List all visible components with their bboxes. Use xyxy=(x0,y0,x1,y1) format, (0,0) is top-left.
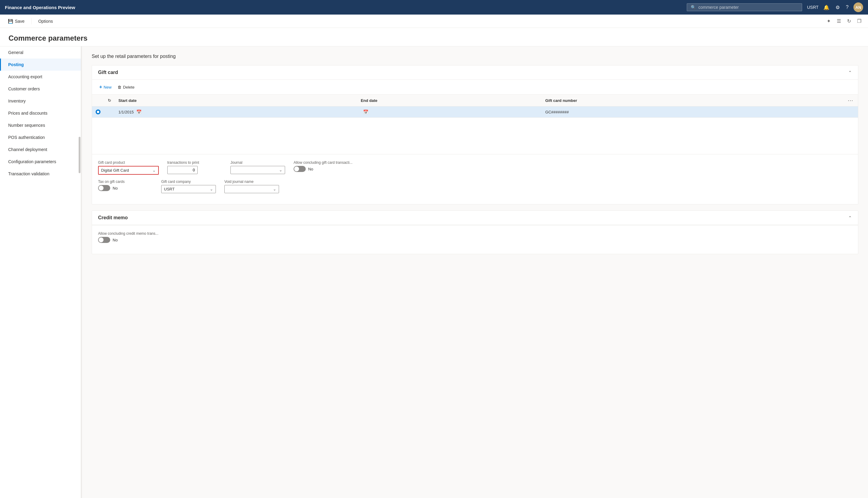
journal-dropdown-icon: ⌄ xyxy=(279,168,282,172)
table-row[interactable]: 1/1/2015 📅 📅 xyxy=(92,106,858,118)
sidebar-item-number-sequences[interactable]: Number sequences xyxy=(0,119,82,131)
save-button[interactable]: 💾 Save xyxy=(5,17,28,25)
delete-icon: 🗑 xyxy=(117,85,122,90)
transactions-to-print-label: transactions to print xyxy=(167,160,222,165)
settings-icon[interactable]: ⚙ xyxy=(834,3,841,12)
row-gift-card-number: GC######## xyxy=(541,106,843,118)
notifications-icon[interactable]: 🔔 xyxy=(822,3,831,12)
row-end-date[interactable]: 📅 xyxy=(357,106,541,118)
credit-allow-concluding-label: Allow concluding credit memo trans... xyxy=(98,232,158,236)
credit-toggle[interactable] xyxy=(98,237,110,243)
end-date-picker[interactable]: 📅 xyxy=(362,109,370,115)
filter-icon[interactable]: ✦ xyxy=(825,17,832,25)
void-journal-name-select[interactable]: ⌄ xyxy=(225,185,279,193)
refresh-icon[interactable]: ↻ xyxy=(845,17,853,25)
col-refresh: ↻ xyxy=(104,95,115,106)
sidebar-item-inventory[interactable]: Inventory xyxy=(0,95,82,107)
tax-toggle[interactable] xyxy=(98,185,110,191)
content-area: Set up the retail parameters for posting… xyxy=(82,47,868,498)
col-more-icon[interactable]: ⋯ xyxy=(846,97,854,104)
credit-allow-concluding-group: Allow concluding credit memo trans... No xyxy=(98,232,158,243)
void-journal-dropdown-icon: ⌄ xyxy=(273,187,276,192)
tax-toggle-value: No xyxy=(113,186,118,191)
allow-concluding-group: Allow concluding gift card transacti... … xyxy=(294,160,353,172)
page-subtitle: Set up the retail parameters for posting xyxy=(92,54,858,59)
transactions-to-print-input[interactable] xyxy=(167,166,197,174)
grid-empty-space xyxy=(92,118,858,154)
gift-card-product-select[interactable]: Digital Gift Card ⌄ xyxy=(98,166,159,175)
start-date-picker[interactable]: 📅 xyxy=(135,109,143,115)
sidebar-item-configuration-parameters[interactable]: Configuration parameters xyxy=(0,156,82,168)
sidebar-item-channel-deployment[interactable]: Channel deployment xyxy=(0,143,82,156)
credit-form-row: Allow concluding credit memo trans... No xyxy=(98,232,852,243)
delete-button[interactable]: 🗑 Delete xyxy=(115,83,137,91)
sidebar-item-customer-orders[interactable]: Customer orders xyxy=(0,83,82,95)
sidebar-item-prices-discounts[interactable]: Prices and discounts xyxy=(0,107,82,119)
credit-toggle-value: No xyxy=(113,238,118,242)
tax-on-gift-cards-label: Tax on gift cards xyxy=(98,180,153,184)
col-end-date: End date xyxy=(357,95,541,106)
form-row-1: Gift card product Digital Gift Card ⌄ tr… xyxy=(98,160,852,175)
sidebar-item-transaction-validation[interactable]: Transaction validation xyxy=(0,168,82,180)
sidebar-item-accounting-export[interactable]: Accounting export xyxy=(0,71,82,83)
gift-card-product-group: Gift card product Digital Gift Card ⌄ xyxy=(98,160,159,175)
dropdown-arrow-icon: ⌄ xyxy=(152,168,156,173)
gift-card-product-label: Gift card product xyxy=(98,160,159,165)
view-icon[interactable]: ☰ xyxy=(835,17,843,25)
void-journal-name-label: Void journal name xyxy=(225,180,279,184)
top-navbar: Finance and Operations Preview 🔍 USRT 🔔 … xyxy=(0,0,868,15)
new-button[interactable]: + New xyxy=(97,83,114,91)
new-button-label: New xyxy=(103,85,112,90)
sidebar-nav: General Posting Accounting export Custom… xyxy=(0,47,82,498)
search-icon: 🔍 xyxy=(691,5,696,10)
gift-card-company-group: Gift card company USRT ⌄ xyxy=(161,180,216,193)
allow-concluding-toggle[interactable] xyxy=(294,166,306,172)
avatar[interactable]: AN xyxy=(853,2,863,12)
app-title: Finance and Operations Preview xyxy=(5,5,75,10)
gift-card-company-label: Gift card company xyxy=(161,180,216,184)
page-title-bar: Commerce parameters xyxy=(0,28,868,47)
credit-memo-title: Credit memo xyxy=(98,215,128,221)
grid-toolbar: + New 🗑 Delete xyxy=(92,80,858,95)
credit-toggle-container: No xyxy=(98,237,158,243)
refresh-header-icon: ↻ xyxy=(108,98,111,103)
gift-card-title: Gift card xyxy=(98,70,118,75)
allow-concluding-toggle-container: No xyxy=(294,166,353,172)
help-icon[interactable]: ? xyxy=(845,3,850,11)
credit-toggle-knob xyxy=(99,237,103,242)
gift-card-form: Gift card product Digital Gift Card ⌄ tr… xyxy=(92,154,858,204)
gift-card-product-value: Digital Gift Card xyxy=(101,168,129,173)
row-start-date[interactable]: 1/1/2015 📅 xyxy=(115,106,357,118)
form-row-2: Tax on gift cards No Gift card company xyxy=(98,180,852,193)
sidebar-item-pos-authentication[interactable]: POS authentication xyxy=(0,131,82,143)
sidebar-item-posting[interactable]: Posting xyxy=(0,58,82,71)
options-button[interactable]: Options xyxy=(35,17,56,25)
journal-label: Journal xyxy=(230,160,285,165)
row-more-options[interactable] xyxy=(843,106,858,118)
search-input[interactable] xyxy=(698,5,798,10)
gift-card-company-select[interactable]: USRT ⌄ xyxy=(161,185,216,193)
command-bar: 💾 Save Options ✦ ☰ ↻ ❐ xyxy=(0,15,868,28)
page-container: Commerce parameters General Posting Acco… xyxy=(0,28,868,498)
options-label: Options xyxy=(38,19,53,24)
save-icon: 💾 xyxy=(8,19,13,24)
credit-memo-section: Credit memo ⌃ Allow concluding credit me… xyxy=(92,210,858,254)
journal-select[interactable]: ⌄ xyxy=(230,166,285,174)
gift-card-company-value: USRT xyxy=(164,187,175,192)
sidebar-item-general[interactable]: General xyxy=(0,47,82,58)
credit-memo-header[interactable]: Credit memo ⌃ xyxy=(92,211,858,225)
row-radio-cell[interactable] xyxy=(92,106,104,118)
toggle-knob xyxy=(294,167,299,171)
company-dropdown-icon: ⌄ xyxy=(210,187,213,192)
tax-toggle-container: No xyxy=(98,185,153,191)
row-status-cell xyxy=(104,106,115,118)
username-label: USRT xyxy=(807,5,818,10)
search-bar[interactable]: 🔍 xyxy=(687,3,802,11)
delete-button-label: Delete xyxy=(123,85,135,90)
row-radio[interactable] xyxy=(95,109,101,114)
gift-card-header[interactable]: Gift card ⌃ xyxy=(92,66,858,80)
save-label: Save xyxy=(15,19,25,24)
expand-icon[interactable]: ❐ xyxy=(855,17,863,25)
col-more-options: ⋯ xyxy=(843,95,858,106)
col-start-date: Start date xyxy=(115,95,357,106)
